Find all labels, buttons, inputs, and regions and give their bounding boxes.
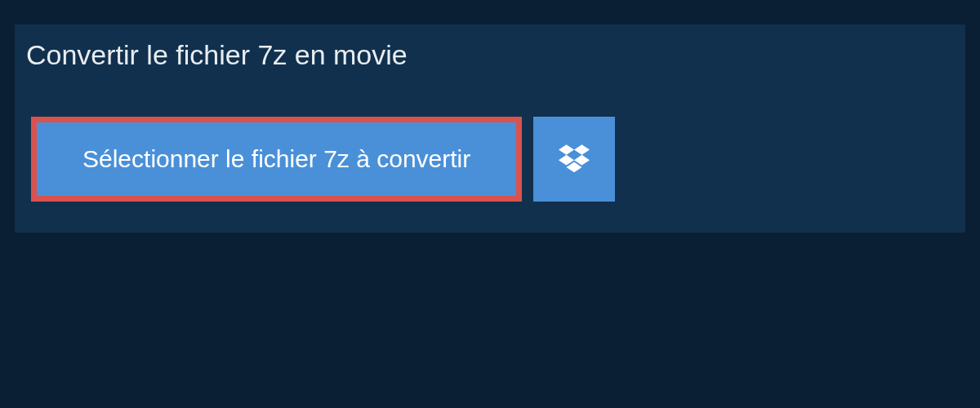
converter-panel: Convertir le fichier 7z en movie Sélecti… [15, 24, 965, 233]
dropbox-icon [559, 142, 590, 176]
select-file-button[interactable]: Sélectionner le fichier 7z à convertir [31, 117, 522, 202]
button-row: Sélectionner le fichier 7z à convertir [15, 86, 965, 202]
page-title: Convertir le fichier 7z en movie [15, 24, 429, 86]
dropbox-button[interactable] [533, 117, 615, 202]
